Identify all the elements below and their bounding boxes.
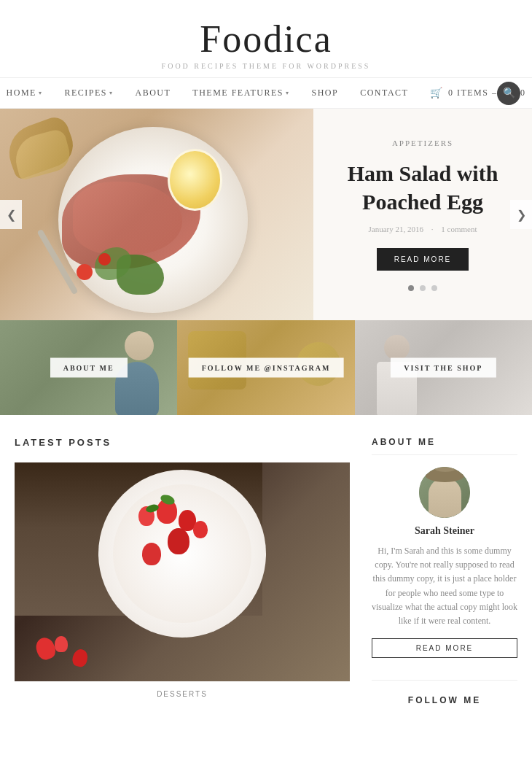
hero-image [0, 109, 313, 320]
sidebar: ABOUT ME Sarah Steiner Hi, I'm Sarah and… [372, 437, 517, 727]
site-header: Foodica FOOD RECIPES THEME FOR WORDPRESS [0, 0, 532, 77]
hero-title: Ham Salad withPoached Egg [348, 159, 498, 216]
post-thumbnail[interactable] [15, 462, 350, 681]
panel-shop[interactable]: VISIT THE SHOP [355, 320, 532, 415]
slider-dot-3[interactable] [431, 285, 437, 291]
feature-panels: ABOUT ME FOLLOW ME @INSTAGRAM VISIT THE … [0, 320, 532, 415]
panel-instagram-label: FOLLOW ME @INSTAGRAM [189, 358, 344, 378]
nav-recipes[interactable]: RECIPES ▾ [64, 88, 113, 98]
hero-category: Appetizers [392, 139, 453, 147]
hero-read-more-button[interactable]: READ MORE [377, 248, 469, 271]
sidebar-about-title: ABOUT ME [372, 437, 517, 455]
hero-meta: January 21, 2016 · 1 comment [366, 225, 480, 233]
slider-prev-button[interactable]: ❮ [0, 200, 22, 229]
slider-dot-2[interactable] [420, 285, 426, 291]
post-category: DESSERTS [15, 690, 350, 698]
nav-about[interactable]: ABOUT [135, 88, 171, 98]
slider-next-button[interactable]: ❯ [510, 200, 532, 229]
follow-title: FOLLOW ME [372, 695, 517, 705]
panel-shop-label: VISIT THE SHOP [391, 358, 496, 378]
nav-theme-features[interactable]: THEME FEATURES ▾ [192, 88, 289, 98]
slider-dot-1[interactable] [408, 285, 414, 291]
site-title[interactable]: Foodica [0, 18, 532, 61]
hero-slider: ❮ Appetizers Ham Salad withPoached Egg J… [0, 109, 532, 320]
slider-dots [408, 285, 437, 291]
nav-shop[interactable]: SHOP [311, 88, 338, 98]
cart-icon: 🛒 [430, 87, 444, 99]
panel-about-label: ABOUT ME [50, 358, 128, 378]
latest-posts-title: LATEST POSTS [15, 437, 350, 448]
sidebar-divider [372, 680, 517, 681]
main-nav: HOME ▾ RECIPES ▾ ABOUT THEME FEATURES ▾ … [0, 77, 532, 109]
site-tagline: FOOD RECIPES THEME FOR WORDPRESS [0, 62, 532, 70]
panel-instagram[interactable]: FOLLOW ME @INSTAGRAM [177, 320, 354, 415]
main-left: LATEST POSTS [15, 437, 372, 727]
author-name: Sarah Steiner [372, 525, 517, 537]
hero-date: January 21, 2016 [369, 225, 423, 233]
chevron-down-icon: ▾ [109, 90, 114, 96]
sidebar-follow: FOLLOW ME [372, 695, 517, 705]
sidebar-about: ABOUT ME Sarah Steiner Hi, I'm Sarah and… [372, 437, 517, 658]
author-avatar [419, 467, 470, 518]
author-bio: Hi, I'm Sarah and this is some dummy cop… [372, 544, 517, 628]
sidebar-read-more-button[interactable]: READ MORE [372, 638, 517, 658]
main-content: LATEST POSTS [0, 415, 532, 749]
hero-comments: 1 comment [441, 225, 477, 233]
hero-content: Appetizers Ham Salad withPoached Egg Jan… [313, 109, 532, 320]
search-button[interactable]: 🔍 [497, 82, 520, 105]
nav-home[interactable]: HOME ▾ [7, 88, 43, 98]
search-icon: 🔍 [503, 87, 515, 99]
chevron-down-icon: ▾ [39, 90, 43, 96]
panel-about[interactable]: ABOUT ME [0, 320, 177, 415]
nav-contact[interactable]: CONTACT [360, 88, 408, 98]
chevron-down-icon: ▾ [286, 90, 290, 96]
